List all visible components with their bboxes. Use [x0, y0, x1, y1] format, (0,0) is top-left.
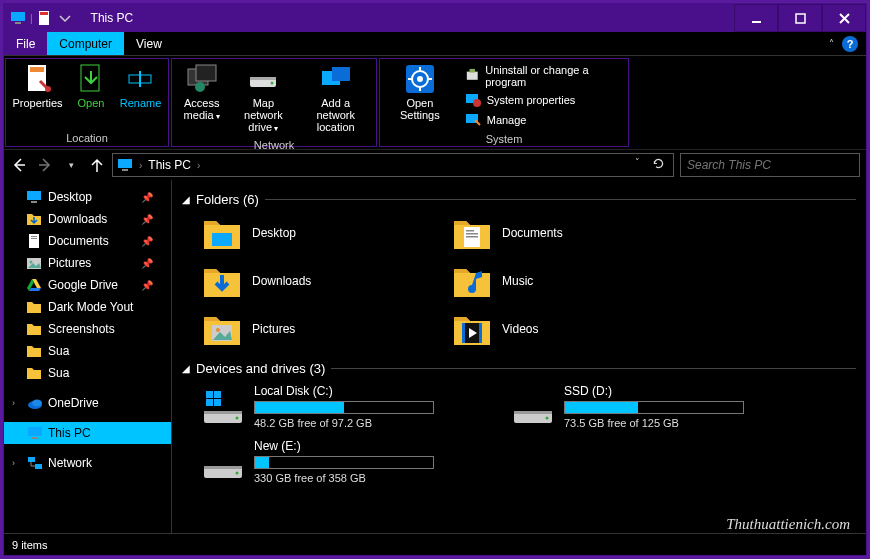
sidebar-item-thispc[interactable]: This PC [4, 422, 171, 444]
drive-ssd-d-[interactable]: SSD (D:)73.5 GB free of 125 GB [512, 384, 812, 429]
svg-rect-0 [11, 12, 25, 21]
uninstall-button[interactable]: Uninstall or change a program [462, 63, 622, 89]
properties-icon [22, 63, 54, 95]
qat-dropdown-icon[interactable] [57, 10, 73, 26]
sidebar-item-sua[interactable]: Sua [4, 340, 171, 362]
pin-icon: 📌 [141, 280, 153, 291]
minimize-button[interactable] [734, 4, 778, 32]
maximize-button[interactable] [778, 4, 822, 32]
svg-rect-1 [15, 22, 21, 24]
up-button[interactable] [88, 156, 106, 174]
props-qat-icon[interactable] [37, 10, 53, 26]
titlebar: | This PC [4, 4, 866, 32]
drive-icon [202, 389, 244, 425]
sidebar-item-google-drive[interactable]: Google Drive📌 [4, 274, 171, 296]
tab-computer[interactable]: Computer [47, 32, 124, 55]
svg-rect-35 [122, 169, 128, 171]
svg-point-17 [271, 82, 274, 85]
address-bar[interactable]: › This PC › ˅ [112, 153, 674, 177]
sidebar-item-dark-mode-yout[interactable]: Dark Mode Yout [4, 296, 171, 318]
sidebar-item-sua[interactable]: Sua [4, 362, 171, 384]
sidebar-item-downloads[interactable]: Downloads📌 [4, 208, 171, 230]
svg-point-44 [32, 400, 42, 407]
network-icon [27, 455, 43, 471]
open-button[interactable]: Open [69, 61, 113, 111]
sidebar-item-documents[interactable]: Documents📌 [4, 230, 171, 252]
access-media-button[interactable]: Access media ▾ [176, 61, 227, 125]
svg-rect-60 [214, 391, 221, 398]
qat: | [4, 10, 79, 26]
onedrive-icon [27, 395, 43, 411]
manage-button[interactable]: Manage [462, 111, 622, 129]
folder-pictures[interactable]: Pictures [202, 311, 442, 347]
add-location-button[interactable]: Add a network location [299, 61, 372, 135]
svg-rect-11 [139, 71, 141, 87]
drive-icon [247, 63, 279, 95]
folder-downloads[interactable]: Downloads [202, 263, 442, 299]
pin-icon: 📌 [141, 192, 153, 203]
svg-rect-28 [469, 69, 474, 73]
folders-header[interactable]: ◢ Folders (6) [182, 192, 856, 207]
svg-rect-27 [467, 72, 478, 80]
svg-rect-61 [206, 399, 213, 406]
open-settings-button[interactable]: Open Settings [384, 61, 456, 123]
svg-point-71 [236, 471, 239, 474]
search-box[interactable] [680, 153, 860, 177]
pin-icon: 📌 [141, 236, 153, 247]
svg-rect-52 [466, 233, 478, 235]
help-icon[interactable]: ? [842, 36, 858, 52]
folder-music[interactable]: Music [452, 263, 692, 299]
addr-dropdown-icon[interactable]: ˅ [635, 157, 640, 173]
back-button[interactable] [10, 156, 28, 174]
tab-file[interactable]: File [4, 32, 47, 55]
svg-rect-64 [204, 411, 242, 414]
close-button[interactable] [822, 4, 866, 32]
sidebar-item-network[interactable]: ›Network [4, 452, 171, 474]
forward-button[interactable] [36, 156, 54, 174]
drives-header[interactable]: ◢ Devices and drives (3) [182, 361, 856, 376]
documents-icon [26, 233, 42, 249]
nav-tree: Desktop📌Downloads📌Documents📌Pictures📌Goo… [4, 180, 172, 533]
search-input[interactable] [687, 158, 853, 172]
qat-sep: | [30, 13, 33, 24]
sidebar-item-pictures[interactable]: Pictures📌 [4, 252, 171, 274]
svg-rect-39 [31, 236, 37, 237]
drive-icon [202, 444, 244, 480]
pin-icon: 📌 [141, 214, 153, 225]
folder-icon [452, 263, 492, 299]
sidebar-item-screenshots[interactable]: Screenshots [4, 318, 171, 340]
properties-button[interactable]: Properties [10, 61, 65, 111]
folder-videos[interactable]: Videos [452, 311, 692, 347]
content-pane: ◢ Folders (6) DesktopDocumentsDownloadsM… [172, 180, 866, 533]
media-icon [186, 63, 218, 95]
svg-point-55 [216, 328, 220, 332]
sidebar-item-desktop[interactable]: Desktop📌 [4, 186, 171, 208]
folder-desktop[interactable]: Desktop [202, 215, 442, 251]
svg-rect-3 [40, 12, 48, 15]
folder-icon [452, 215, 492, 251]
drive-new-e-[interactable]: New (E:)330 GB free of 358 GB [202, 439, 502, 484]
expand-icon[interactable]: › [12, 458, 22, 468]
system-props-button[interactable]: System properties [462, 91, 622, 109]
folder-icon [202, 311, 242, 347]
svg-rect-4 [752, 21, 761, 23]
refresh-icon[interactable] [652, 157, 665, 173]
rename-button[interactable]: Rename [117, 61, 164, 111]
drive-local-disk-c-[interactable]: Local Disk (C:)48.2 GB free of 97.2 GB [202, 384, 502, 429]
sidebar-item-onedrive[interactable]: ›OneDrive [4, 392, 171, 414]
drives-collapse-icon[interactable]: ◢ [182, 363, 190, 374]
ribbon-collapse-icon[interactable]: ˄ [829, 38, 834, 49]
expand-icon[interactable]: › [12, 398, 22, 408]
net-location-icon [320, 63, 352, 95]
map-drive-button[interactable]: Map network drive ▾ [231, 61, 295, 137]
svg-rect-45 [28, 427, 42, 436]
folder-documents[interactable]: Documents [452, 215, 692, 251]
folders-collapse-icon[interactable]: ◢ [182, 194, 190, 205]
svg-rect-13 [196, 65, 216, 81]
tab-view[interactable]: View [124, 32, 174, 55]
svg-point-22 [417, 76, 423, 82]
svg-rect-48 [35, 464, 42, 469]
breadcrumb[interactable]: This PC [148, 158, 191, 172]
recent-dropdown[interactable]: ▾ [62, 156, 80, 174]
svg-rect-67 [514, 411, 552, 414]
